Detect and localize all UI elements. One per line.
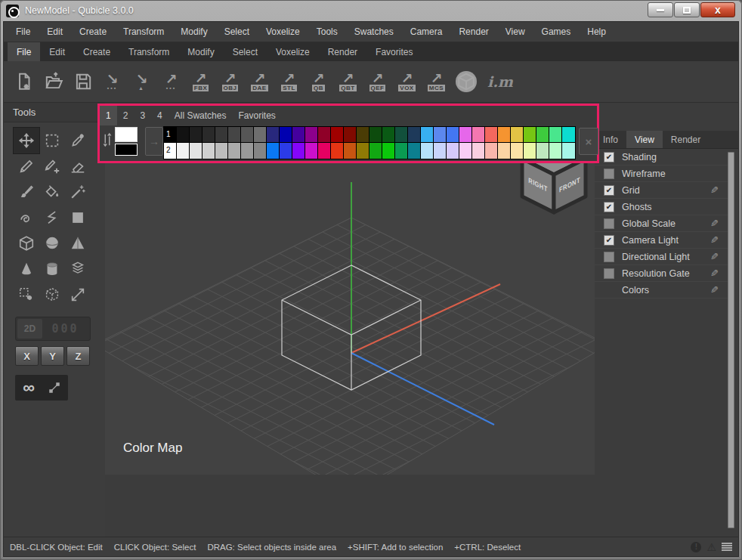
paint-tool[interactable]	[14, 179, 39, 205]
toolbar-export-stl-button[interactable]: ↗STL	[277, 66, 301, 97]
menu-modify[interactable]: Modify	[172, 22, 215, 42]
swatch[interactable]	[421, 143, 434, 159]
menu-transform[interactable]: Transform	[115, 22, 172, 42]
pull-tool[interactable]	[14, 205, 39, 230]
swatch[interactable]	[511, 127, 524, 143]
swatch[interactable]	[177, 127, 190, 143]
swatch[interactable]	[292, 143, 305, 159]
swatch[interactable]	[241, 143, 254, 159]
swatch[interactable]	[549, 143, 562, 159]
edit-pencil-icon[interactable]: ✎	[710, 284, 719, 295]
slice-tool[interactable]	[65, 256, 91, 282]
axis-y-button[interactable]: Y	[41, 346, 64, 366]
swatch[interactable]	[344, 143, 357, 159]
close-button[interactable]: x	[700, 2, 735, 17]
ribbon-tab-render[interactable]: Render	[319, 42, 366, 61]
magic-wand-tool[interactable]	[65, 179, 91, 205]
warning-icon[interactable]: ⚠	[706, 542, 716, 552]
minimize-button[interactable]	[648, 2, 673, 17]
swatch[interactable]	[524, 127, 536, 143]
ribbon-tab-create[interactable]: Create	[74, 42, 119, 61]
swatch[interactable]	[215, 143, 228, 159]
swatch[interactable]	[280, 143, 292, 159]
ribbon-tab-modify[interactable]: Modify	[178, 42, 223, 61]
swatch[interactable]	[228, 127, 241, 143]
swatch[interactable]	[498, 127, 511, 143]
2d-mode-button[interactable]: 2D	[17, 319, 42, 339]
draw-tool[interactable]	[14, 153, 39, 179]
tab-info[interactable]: Info	[595, 131, 626, 148]
delete-swatch-button[interactable]: ×	[579, 128, 598, 155]
toolbar-import-mesh-button[interactable]: ↘▲	[129, 66, 154, 97]
ribbon-tab-edit[interactable]: Edit	[40, 42, 74, 61]
edit-pencil-icon[interactable]: ✎	[710, 218, 719, 229]
box-select-tool[interactable]	[39, 282, 65, 308]
swatch[interactable]	[254, 143, 267, 159]
tab-render[interactable]: Render	[663, 131, 709, 148]
toolbar-export-obj-button[interactable]: ↗OBJ	[218, 66, 243, 97]
swatch[interactable]	[472, 143, 485, 159]
toolbar-export-qef-button[interactable]: ↗QEF	[365, 66, 390, 97]
panel-scrollbar[interactable]	[728, 152, 734, 528]
swatch[interactable]	[203, 143, 215, 159]
cone-tool[interactable]	[14, 256, 39, 282]
swatch[interactable]	[203, 127, 215, 143]
swatch[interactable]	[536, 143, 549, 159]
swatch[interactable]	[562, 143, 575, 159]
swatch[interactable]	[215, 127, 228, 143]
swatch[interactable]	[228, 143, 241, 159]
swatch[interactable]	[241, 127, 254, 143]
swatch[interactable]	[267, 143, 280, 159]
swatch[interactable]: 1	[164, 127, 177, 143]
ribbon-tab-file[interactable]: File	[8, 42, 40, 61]
swatch[interactable]	[485, 143, 498, 159]
swatch[interactable]	[318, 127, 331, 143]
edit-pencil-icon[interactable]: ✎	[710, 251, 719, 262]
paint-select-tool[interactable]	[14, 282, 39, 308]
camera-light-checkbox[interactable]: ✔	[604, 235, 614, 246]
swatch[interactable]	[511, 143, 524, 159]
swatch[interactable]	[305, 127, 318, 143]
toolbar-export-vox-button[interactable]: ↗VOX	[394, 66, 419, 97]
cylinder-tool[interactable]	[39, 256, 65, 282]
menu-render[interactable]: Render	[450, 22, 496, 42]
menu-swatches[interactable]: Swatches	[346, 22, 402, 42]
swatch[interactable]	[382, 127, 395, 143]
toolbar-open-button[interactable]	[41, 66, 66, 97]
menu-camera[interactable]: Camera	[402, 22, 451, 42]
apply-color-button[interactable]: →	[145, 127, 163, 156]
swatch[interactable]	[280, 127, 292, 143]
toolbar-export-qbt-button[interactable]: ↗QBT	[335, 66, 360, 97]
color-picker-tool[interactable]	[65, 128, 91, 153]
swatch[interactable]	[459, 127, 472, 143]
swatch[interactable]	[190, 127, 203, 143]
swatch[interactable]	[331, 127, 344, 143]
swatch[interactable]	[447, 143, 459, 159]
resolution-gate-checkbox[interactable]	[604, 268, 614, 279]
shading-checkbox[interactable]: ✔	[604, 152, 614, 162]
scale-tool[interactable]	[65, 282, 91, 308]
ghosts-checkbox[interactable]: ✔	[604, 202, 614, 212]
swatch-tab-3[interactable]: 3	[134, 106, 151, 125]
menu-view[interactable]: View	[497, 22, 533, 42]
menu-tools[interactable]: Tools	[308, 22, 346, 42]
swatch-tab-favorites[interactable]: Favorites	[232, 106, 281, 125]
swatch[interactable]	[421, 127, 434, 143]
swatch[interactable]	[498, 143, 511, 159]
wireframe-checkbox[interactable]	[604, 169, 614, 179]
swatch[interactable]: 2	[164, 143, 177, 159]
toolbar-save-button[interactable]	[70, 66, 95, 97]
swatch[interactable]	[318, 143, 331, 159]
swatch[interactable]	[357, 143, 369, 159]
swap-colors-icon[interactable]	[102, 131, 113, 148]
toolbar-export-mcs-button[interactable]: ↗MCS	[424, 66, 449, 97]
toolbar-export-fbx-button[interactable]: ↗FBX	[188, 66, 213, 97]
line-mode-button[interactable]	[42, 376, 66, 399]
axis-x-button[interactable]: X	[15, 346, 39, 366]
swatch[interactable]	[459, 143, 472, 159]
ribbon-tab-voxelize[interactable]: Voxelize	[267, 42, 319, 61]
title-bar[interactable]: NewModel - Qubicle 3.0.0 x	[0, 0, 742, 21]
ribbon-tab-favorites[interactable]: Favorites	[366, 42, 422, 61]
background-color[interactable]	[115, 144, 138, 156]
fill-tool[interactable]	[39, 179, 65, 205]
